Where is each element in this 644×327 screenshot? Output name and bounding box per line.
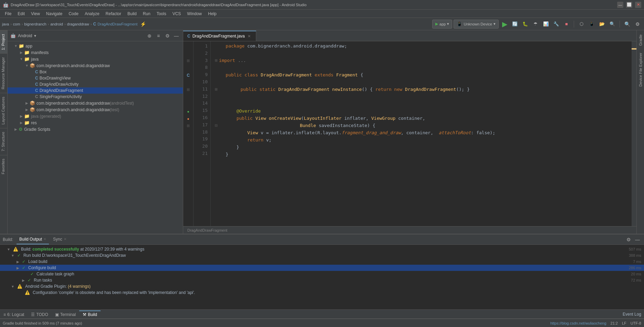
- build-line-completed[interactable]: ▼ ⚠️ Build: completed successfully at 20…: [0, 246, 644, 252]
- tab-draganddrawfragment[interactable]: C DragAndDrawFragment.java ✕: [183, 31, 256, 41]
- tree-item-fragment[interactable]: C DragAndDrawFragment: [8, 87, 183, 94]
- menu-navigate[interactable]: Navigate: [43, 11, 65, 17]
- tree-item-java-gen[interactable]: ▶ 📁 java (generated): [8, 113, 183, 119]
- navigate-icon[interactable]: ⚡: [140, 21, 146, 27]
- breadcrumb-android[interactable]: android: [50, 22, 63, 26]
- device-file-explorer-button[interactable]: 📂: [598, 20, 606, 29]
- structure-tool-tab[interactable]: 7: Structure: [0, 128, 7, 155]
- status-line-ending[interactable]: LF: [622, 321, 626, 325]
- todo-footer-tab[interactable]: ☰ TODO: [28, 310, 51, 318]
- build-footer-tab[interactable]: ⚒ Build: [79, 310, 101, 318]
- menu-vcs[interactable]: VCS: [170, 11, 184, 17]
- tree-item-app[interactable]: ▼ 📁 app: [8, 43, 183, 49]
- tree-item-boxdrawingview[interactable]: C BoxDrawingView: [8, 75, 183, 81]
- tree-expand-androidtest[interactable]: ▶: [24, 101, 30, 105]
- code-content[interactable]: package com.bignerdranch.android.dragand…: [211, 41, 632, 226]
- build-settings-btn[interactable]: ⚙: [625, 236, 632, 243]
- app-config-selector[interactable]: ▶ app ▾: [432, 20, 452, 29]
- status-link[interactable]: https://blog.csdn.net/wuliaocheng: [550, 321, 606, 325]
- collapse-all-btn[interactable]: ≡: [155, 32, 162, 40]
- settings-action-btn[interactable]: ⚙: [164, 32, 171, 40]
- tree-item-pkg-test[interactable]: ▶ 📦 com.bignerdranch.android.draganddraw…: [8, 106, 183, 113]
- tree-item-res[interactable]: ▶ 📁 res: [8, 119, 183, 126]
- collapse-icon-3[interactable]: ⊞: [215, 57, 218, 64]
- tree-item-pkg-androidtest[interactable]: ▶ 📦 com.bignerdranch.android.draganddraw…: [8, 100, 183, 106]
- sync-tab-close[interactable]: ✕: [64, 237, 66, 241]
- build-minimize-btn[interactable]: —: [634, 236, 641, 243]
- build-line-load[interactable]: ▶ ✓ Load build 7 ms: [0, 259, 644, 265]
- profile-button[interactable]: 📊: [541, 20, 550, 29]
- breadcrumb-fragment[interactable]: C DragAndDrawFragment: [93, 22, 137, 27]
- tree-expand-manifests[interactable]: ▶: [19, 51, 24, 54]
- layout-inspector-button[interactable]: 🔍: [608, 20, 617, 29]
- tree-expand-res[interactable]: ▶: [19, 121, 24, 125]
- tree-expand-java-gen[interactable]: ▶: [19, 114, 24, 118]
- collapse-icon-11[interactable]: ⊞: [215, 86, 218, 93]
- run-button[interactable]: ▶: [500, 20, 509, 29]
- tree-item-activity[interactable]: C DragAndDrawActivity: [8, 81, 183, 87]
- tree-expand-gradle[interactable]: ▶: [13, 127, 19, 131]
- build-line-run-tasks[interactable]: ▶ ✓ Run tasks 72 ms: [0, 277, 644, 283]
- menu-help[interactable]: Help: [205, 11, 219, 17]
- menu-run[interactable]: Run: [140, 11, 153, 17]
- status-position[interactable]: 21:2: [611, 321, 618, 325]
- build-line-run[interactable]: ▼ ✓ Run build D:\workspace\31_TouchEvent…: [0, 252, 644, 259]
- minimize-button[interactable]: —: [617, 2, 623, 8]
- breadcrumb-draganddraw[interactable]: draganddraw: [67, 22, 89, 26]
- build-line-gradle-plugin[interactable]: ▼ ⚠️ Android Gradle Plugin: (4 warnings): [0, 283, 644, 289]
- tree-expand-pkg[interactable]: ▼: [24, 64, 30, 67]
- minimize-panel-btn[interactable]: —: [173, 32, 180, 40]
- logcat-footer-tab[interactable]: ≡ 6: Logcat: [0, 310, 28, 318]
- status-encoding[interactable]: UTF-8: [631, 321, 641, 325]
- build-output-tab-close[interactable]: ✕: [43, 237, 46, 241]
- debug-button[interactable]: 🐛: [521, 20, 530, 29]
- tree-item-box[interactable]: C Box: [8, 69, 183, 75]
- terminal-footer-tab[interactable]: ▣ Terminal: [52, 310, 79, 318]
- build-line-warning-compile[interactable]: ⚠️ Configuration 'compile' is obsolete a…: [0, 289, 644, 296]
- collapse-icon-17[interactable]: ⊟: [215, 122, 218, 129]
- sync-project-btn[interactable]: ⊕: [146, 32, 153, 40]
- tree-item-sfa[interactable]: C SingleFragmentActivity: [8, 94, 183, 100]
- breadcrumb-java[interactable]: java: [2, 22, 9, 26]
- breadcrumb-com[interactable]: com: [13, 22, 20, 26]
- build-output-tab[interactable]: Build Output ✕: [17, 235, 49, 244]
- layout-captures-tab[interactable]: Layout Captures: [0, 93, 7, 128]
- search-everywhere-button[interactable]: 🔍: [623, 20, 632, 29]
- sdk-manager-button[interactable]: ⬡: [577, 20, 586, 29]
- build-line-task-graph[interactable]: ✓ Calculate task graph 20 ms: [0, 271, 644, 277]
- tab-close-btn[interactable]: ✕: [247, 34, 252, 39]
- menu-refactor[interactable]: Refactor: [103, 11, 124, 17]
- tree-expand-app[interactable]: ▼: [13, 44, 19, 48]
- breadcrumb-bignerdranch[interactable]: bignerdranch: [24, 22, 46, 26]
- menu-tools[interactable]: Tools: [154, 11, 169, 17]
- right-tab-gradle[interactable]: Gradle: [637, 32, 644, 49]
- project-tool-tab[interactable]: 1: Project: [0, 30, 7, 53]
- maximize-button[interactable]: ⬜: [626, 2, 632, 8]
- menu-view[interactable]: View: [28, 11, 43, 17]
- device-selector[interactable]: 📱 Unknown Device ▾: [454, 20, 499, 29]
- tree-expand-java[interactable]: ▼: [19, 57, 24, 61]
- tree-item-manifests[interactable]: ▶ 📁 manifests: [8, 49, 183, 56]
- menu-window[interactable]: Window: [184, 11, 205, 17]
- sync-tab[interactable]: Sync ✕: [50, 235, 69, 244]
- menu-edit[interactable]: Edit: [15, 11, 28, 17]
- menu-analyze[interactable]: Analyze: [82, 11, 102, 17]
- attach-debugger-button[interactable]: 🔧: [552, 20, 561, 29]
- build-line-configure[interactable]: ▶ ✓ Configure build 286 ms: [0, 265, 644, 271]
- stop-button[interactable]: ■: [562, 20, 571, 29]
- menu-file[interactable]: File: [2, 11, 14, 17]
- menu-build[interactable]: Build: [125, 11, 139, 17]
- tree-item-java[interactable]: ▼ 📁 java: [8, 56, 183, 62]
- favorites-tool-tab[interactable]: Favorites: [0, 155, 7, 178]
- settings-button[interactable]: ⚙: [633, 20, 642, 29]
- right-tab-device-file-explorer[interactable]: Device File Explorer: [637, 50, 644, 89]
- event-log-btn[interactable]: Event Log: [623, 312, 644, 317]
- project-view-dropdown[interactable]: ▾: [34, 33, 36, 38]
- menu-code[interactable]: Code: [66, 11, 81, 17]
- resource-manager-tab[interactable]: Resource Manager: [0, 53, 7, 93]
- tree-item-gradle-scripts[interactable]: ▶ ⚙ Gradle Scripts: [8, 126, 183, 133]
- avd-manager-button[interactable]: 📱: [587, 20, 596, 29]
- close-button[interactable]: ✕: [635, 2, 641, 8]
- tree-item-package-main[interactable]: ▼ 📦 com.bignerdranch.android.draganddraw: [8, 62, 183, 69]
- coverage-button[interactable]: ☂: [531, 20, 540, 29]
